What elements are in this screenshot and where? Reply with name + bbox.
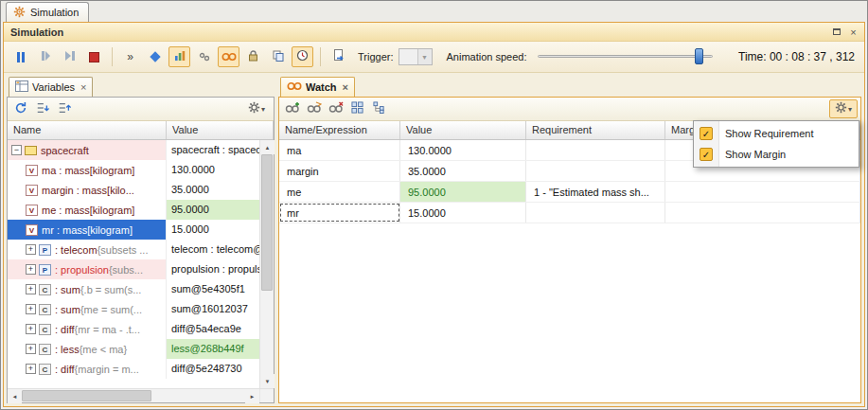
menu-item-show-requirement[interactable]: ✓Show Requirement: [694, 123, 859, 144]
watch-row[interactable]: me95.00001 - "Estimated mass sh...: [279, 182, 860, 203]
horizontal-scroll-thumb[interactable]: [22, 390, 151, 401]
collapse-expander-icon[interactable]: −: [11, 145, 22, 155]
column-header-requirement[interactable]: Requirement: [526, 121, 665, 139]
step-button[interactable]: [59, 46, 80, 67]
tree-row[interactable]: +C: sum {me = sum(...sum@16012037: [8, 299, 259, 319]
watch-cell-requirement[interactable]: 1 - "Estimated mass sh...: [526, 182, 665, 202]
tree-row-value[interactable]: 15.0000: [167, 220, 259, 240]
tree-row-value[interactable]: sum@5e4305f1: [167, 279, 259, 299]
tree-row-name[interactable]: Vme : mass[kilogram]: [8, 200, 167, 220]
remove-watch-button[interactable]: [326, 99, 345, 118]
resume-button[interactable]: [34, 46, 56, 67]
tree-row[interactable]: Vmargin : mass[kilo...35.0000: [8, 180, 259, 200]
flat-view-button[interactable]: [347, 99, 367, 118]
tree-row[interactable]: +C: less {me < ma}less@268b449f: [8, 339, 259, 359]
expand-expander-icon[interactable]: +: [26, 264, 36, 275]
expand-expander-icon[interactable]: +: [26, 284, 36, 294]
variables-options-button[interactable]: ▾: [242, 99, 271, 118]
watch-cell-requirement[interactable]: [526, 203, 665, 223]
watch-cell-value[interactable]: 130.0000: [400, 140, 526, 160]
tree-row-value[interactable]: sum@16012037: [167, 299, 259, 319]
tree-row[interactable]: Vme : mass[kilogram]95.0000: [8, 200, 259, 220]
add-expression-button[interactable]: [304, 99, 324, 118]
vertical-scrollbar[interactable]: ▲ ▼: [259, 140, 274, 388]
close-panel-icon[interactable]: ×: [846, 26, 860, 39]
terminate-button[interactable]: [83, 46, 105, 67]
horizontal-scroll-track[interactable]: [22, 389, 245, 402]
tree-row-value[interactable]: telecom : telecom@...: [167, 240, 259, 259]
watch-cell-name[interactable]: me: [279, 182, 400, 202]
vertical-scroll-thumb[interactable]: [261, 154, 273, 291]
trigger-combo[interactable]: ▼: [399, 48, 433, 65]
scroll-left-icon[interactable]: ◄: [8, 389, 22, 403]
watch-cell-requirement[interactable]: [526, 161, 665, 181]
document-tab-simulation[interactable]: Simulation: [6, 2, 89, 22]
tree-row-name[interactable]: +C: diff {mr = ma - .t...: [8, 319, 167, 339]
watch-toggle-button[interactable]: [218, 46, 239, 67]
watch-cell-name[interactable]: ma: [279, 140, 400, 160]
tree-row[interactable]: +P: telecom {subsets ...telecom : teleco…: [8, 240, 259, 259]
tree-row[interactable]: Vma : mass[kilogram]130.0000: [8, 160, 259, 180]
column-header-name-expression[interactable]: Name/Expression: [279, 121, 400, 139]
expand-expander-icon[interactable]: +: [26, 324, 36, 334]
collapse-all-button[interactable]: [54, 99, 74, 118]
scroll-down-icon[interactable]: ▼: [260, 374, 275, 388]
watch-cell-name[interactable]: mr: [279, 203, 400, 223]
expand-expander-icon[interactable]: +: [26, 364, 36, 374]
watch-cell-margin[interactable]: [665, 182, 860, 202]
tree-row-value[interactable]: spacecraft : spacecr...: [167, 140, 259, 160]
tree-row-name[interactable]: +P: propulsion {subs...: [8, 259, 167, 279]
slider-thumb[interactable]: [695, 48, 703, 64]
tab-watch[interactable]: Watch ×: [280, 77, 355, 97]
column-header-value[interactable]: Value: [400, 121, 526, 139]
tree-row-value[interactable]: propulsion : propuls...: [167, 259, 259, 279]
tree-row-name[interactable]: +C: less {me < ma}: [8, 339, 167, 359]
refresh-button[interactable]: [10, 99, 30, 118]
watch-cell-requirement[interactable]: [526, 140, 665, 160]
tree-row[interactable]: +C: diff {margin = m...diff@5e248730: [8, 359, 259, 379]
tree-row[interactable]: +P: propulsion {subs...propulsion : prop…: [8, 259, 259, 279]
tree-row-value[interactable]: diff@5a4eca9e: [167, 319, 259, 339]
toolbar-overflow-button[interactable]: »: [119, 46, 141, 67]
tree-row[interactable]: +C: diff {mr = ma - .t...diff@5a4eca9e: [8, 319, 259, 339]
export-button[interactable]: [328, 46, 349, 67]
column-header-name[interactable]: Name: [8, 121, 167, 139]
horizontal-scrollbar[interactable]: ◄ ►: [8, 388, 274, 402]
tree-row[interactable]: +C: sum {.b = sum(s...sum@5e4305f1: [8, 279, 259, 299]
tree-row-value[interactable]: 95.0000: [167, 200, 259, 220]
watch-cell-margin[interactable]: [665, 203, 860, 223]
tree-view-button[interactable]: [369, 99, 389, 118]
tree-row-name[interactable]: +P: telecom {subsets ...: [8, 240, 167, 259]
animation-toggle-button[interactable]: [168, 46, 190, 67]
expand-expander-icon[interactable]: +: [26, 244, 36, 255]
float-window-icon[interactable]: [829, 26, 843, 39]
simulation-options-button[interactable]: [144, 46, 166, 67]
watch-row[interactable]: mr15.0000: [279, 203, 860, 223]
combo-arrow-icon[interactable]: ▼: [417, 49, 432, 64]
tab-variables[interactable]: Variables ×: [9, 77, 93, 97]
close-variables-tab-icon[interactable]: ×: [80, 81, 86, 93]
time-toggle-button[interactable]: [292, 46, 313, 67]
scroll-up-icon[interactable]: ▲: [260, 140, 275, 154]
close-watch-tab-icon[interactable]: ×: [343, 81, 348, 93]
tree-row-value[interactable]: less@268b449f: [167, 339, 259, 359]
expand-expander-icon[interactable]: +: [26, 304, 36, 314]
tree-row-name[interactable]: Vmr : mass[kilogram]: [8, 220, 167, 240]
vertical-scroll-track[interactable]: [260, 154, 274, 374]
lock-toggle-button[interactable]: [242, 46, 264, 67]
tree-row[interactable]: Vmr : mass[kilogram]15.0000: [8, 220, 259, 240]
watch-cell-value[interactable]: 15.0000: [400, 203, 526, 223]
clone-toggle-button[interactable]: [267, 46, 289, 67]
menu-item-show-margin[interactable]: ✓Show Margin: [694, 144, 859, 165]
animation-speed-slider[interactable]: [538, 47, 713, 66]
tree-row[interactable]: −spacecraftspacecraft : spacecr...: [8, 140, 259, 160]
watch-cell-value[interactable]: 95.0000: [400, 182, 526, 202]
scroll-right-icon[interactable]: ►: [245, 389, 259, 403]
tree-row-value[interactable]: 35.0000: [167, 180, 259, 200]
watch-cell-value[interactable]: 35.0000: [400, 161, 526, 181]
tree-row-value[interactable]: diff@5e248730: [167, 359, 259, 379]
tree-row-name[interactable]: −spacecraft: [8, 140, 167, 160]
tree-row-name[interactable]: Vma : mass[kilogram]: [8, 160, 167, 180]
tree-row-name[interactable]: +C: sum {me = sum(...: [8, 299, 167, 319]
add-watch-button[interactable]: [282, 99, 302, 118]
